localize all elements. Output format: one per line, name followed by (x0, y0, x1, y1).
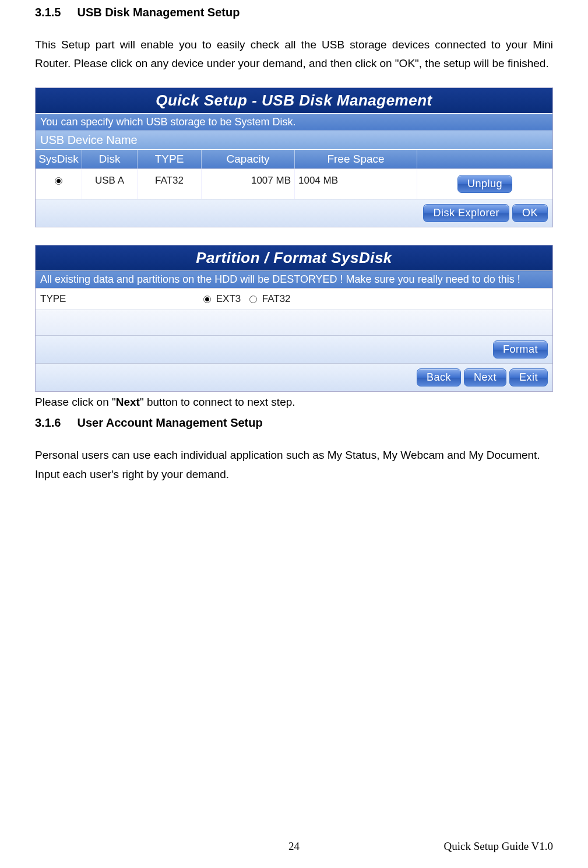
usb-panel-subtitle: You can specify which USB storage to be … (36, 113, 552, 131)
page-number: 24 (288, 840, 300, 853)
usb-table-header: SysDisk Disk TYPE Capacity Free Space (36, 149, 552, 168)
page-footer: 24 Quick Setup Guide V1.0 (35, 840, 553, 853)
heading-315-title: USB Disk Management Setup (77, 6, 240, 19)
usb-action-row: Disk Explorer OK (36, 199, 552, 227)
ext3-radio[interactable] (203, 296, 211, 303)
sysdisk-radio[interactable] (55, 177, 62, 185)
partition-title: Partition / Format SysDisk (36, 245, 552, 270)
format-action-row: Format (36, 335, 552, 363)
ok-button[interactable]: OK (512, 204, 548, 222)
ext3-label: EXT3 (216, 293, 241, 304)
next-post: " button to connect to next step. (140, 396, 295, 408)
col-sysdisk: SysDisk (36, 150, 82, 168)
row-type: FAT32 (138, 169, 202, 199)
next-button[interactable]: Next (464, 368, 506, 386)
next-pre: Please click on " (35, 396, 116, 408)
heading-316-num: 3.1.6 (35, 416, 61, 429)
next-instruction: Please click on "Next" button to connect… (35, 393, 553, 412)
fat32-radio[interactable] (249, 296, 257, 303)
col-free: Free Space (295, 150, 417, 168)
type-label: TYPE (40, 293, 203, 305)
partition-gap (36, 310, 552, 335)
partition-warning: All existing data and partitions on the … (36, 270, 552, 288)
guide-version: Quick Setup Guide V1.0 (443, 840, 553, 853)
paragraph-316: Personal users can use each individual a… (35, 446, 553, 484)
back-button[interactable]: Back (417, 368, 461, 386)
type-options: EXT3 FAT32 (203, 293, 291, 305)
usb-disk-panel: Quick Setup - USB Disk Management You ca… (35, 87, 553, 227)
partition-type-row: TYPE EXT3 FAT32 (36, 288, 552, 310)
usb-table-row: USB A FAT32 1007 MB 1004 MB Unplug (36, 168, 552, 199)
nav-action-row: Back Next Exit (36, 363, 552, 391)
row-action: Unplug (417, 169, 552, 199)
fat32-label: FAT32 (262, 293, 291, 304)
col-blank (417, 150, 552, 168)
format-button[interactable]: Format (493, 340, 548, 359)
next-word: Next (116, 396, 140, 408)
usb-panel-title: Quick Setup - USB Disk Management (36, 88, 552, 113)
row-disk: USB A (82, 169, 138, 199)
exit-button[interactable]: Exit (509, 368, 548, 386)
heading-315: 3.1.5USB Disk Management Setup (35, 6, 553, 19)
col-capacity: Capacity (202, 150, 295, 168)
heading-315-num: 3.1.5 (35, 6, 61, 19)
row-free: 1004 MB (295, 169, 417, 199)
heading-316-title: User Account Management Setup (77, 416, 262, 429)
col-type: TYPE (138, 150, 202, 168)
disk-explorer-button[interactable]: Disk Explorer (423, 204, 509, 222)
usb-device-header: USB Device Name (36, 131, 552, 149)
sysdisk-radio-cell (36, 169, 82, 199)
heading-316: 3.1.6User Account Management Setup (35, 416, 553, 430)
paragraph-315: This Setup part will enable you to easil… (35, 36, 553, 73)
partition-panel: Partition / Format SysDisk All existing … (35, 245, 553, 392)
unplug-button[interactable]: Unplug (457, 175, 512, 193)
row-capacity: 1007 MB (202, 169, 295, 199)
col-disk: Disk (82, 150, 138, 168)
